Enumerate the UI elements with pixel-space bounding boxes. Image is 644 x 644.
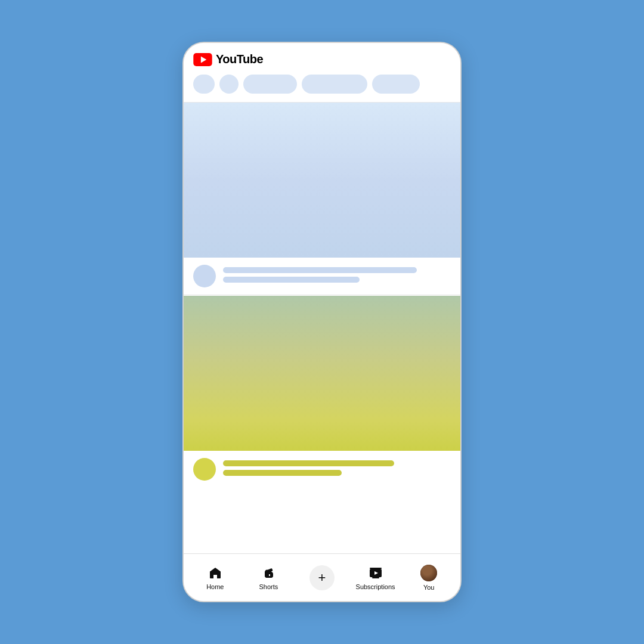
phone-frame: YouTube [182,42,462,602]
content-area [184,103,460,553]
chips-row [193,75,451,96]
video-title-1 [223,267,417,273]
add-button[interactable]: + [309,565,335,590]
channel-avatar-2[interactable] [193,458,216,481]
nav-item-shorts[interactable]: Shorts [242,565,296,590]
yt-logo: YouTube [193,52,451,66]
video-text-1 [223,265,451,283]
svg-rect-5 [372,577,379,578]
video-info-1 [184,258,460,295]
nav-item-subscriptions[interactable]: Subscriptions [349,565,402,590]
yt-logo-icon [193,53,212,66]
nav-item-home[interactable]: Home [188,565,242,590]
divider-mid [184,295,460,295]
bottom-nav: Home Shorts + [184,553,460,601]
header: YouTube [184,43,460,102]
video-title-2 [223,460,394,466]
nav-item-you[interactable]: You [402,565,456,591]
video-thumbnail-1[interactable] [184,103,460,258]
chip-circle[interactable] [219,75,239,94]
video-meta-1 [223,277,360,283]
channel-avatar-1[interactable] [193,265,216,287]
shorts-icon [261,565,276,581]
home-icon [208,565,223,581]
nav-item-add[interactable]: + [295,565,349,590]
chip-3[interactable] [372,75,420,94]
video-text-2 [223,458,451,476]
video-meta-2 [223,470,342,476]
video-info-2 [184,451,460,488]
home-label: Home [206,583,224,590]
subscriptions-label: Subscriptions [356,583,395,590]
shorts-label: Shorts [259,583,278,590]
chip-2[interactable] [302,75,367,94]
video-thumbnail-2[interactable] [184,296,460,451]
subscriptions-icon [368,565,383,581]
app-title: YouTube [216,52,263,66]
you-label: You [423,584,435,591]
user-avatar [420,565,437,581]
chip-square[interactable] [193,75,215,94]
svg-rect-4 [370,568,382,569]
chip-1[interactable] [243,75,297,94]
